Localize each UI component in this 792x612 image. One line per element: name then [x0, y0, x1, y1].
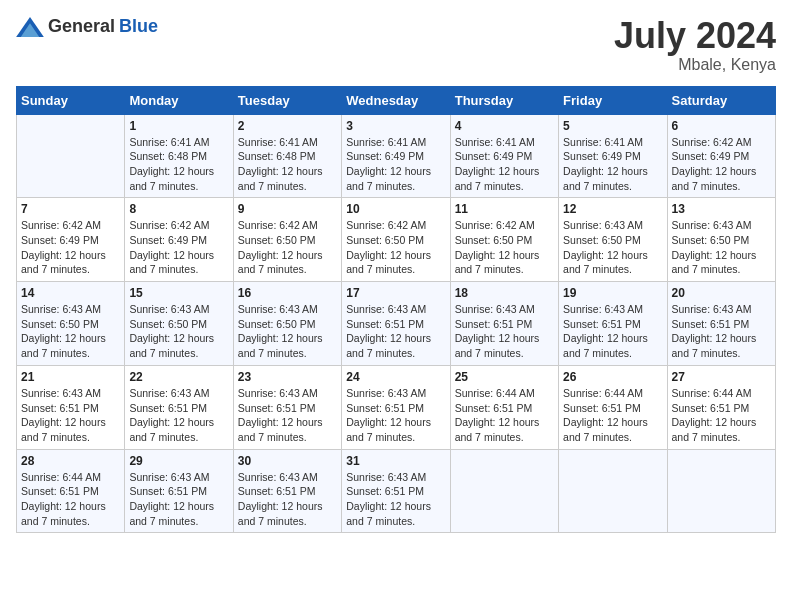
day-detail: Sunrise: 6:43 AM Sunset: 6:51 PM Dayligh…	[238, 386, 337, 445]
calendar-cell	[559, 449, 667, 533]
day-number: 28	[21, 454, 120, 468]
calendar-cell: 4Sunrise: 6:41 AM Sunset: 6:49 PM Daylig…	[450, 114, 558, 198]
day-detail: Sunrise: 6:43 AM Sunset: 6:51 PM Dayligh…	[455, 302, 554, 361]
day-detail: Sunrise: 6:43 AM Sunset: 6:51 PM Dayligh…	[129, 470, 228, 529]
day-number: 30	[238, 454, 337, 468]
day-number: 3	[346, 119, 445, 133]
calendar-cell: 19Sunrise: 6:43 AM Sunset: 6:51 PM Dayli…	[559, 282, 667, 366]
calendar-cell: 21Sunrise: 6:43 AM Sunset: 6:51 PM Dayli…	[17, 365, 125, 449]
calendar-cell: 10Sunrise: 6:42 AM Sunset: 6:50 PM Dayli…	[342, 198, 450, 282]
day-number: 13	[672, 202, 771, 216]
calendar-week-3: 14Sunrise: 6:43 AM Sunset: 6:50 PM Dayli…	[17, 282, 776, 366]
day-number: 29	[129, 454, 228, 468]
day-detail: Sunrise: 6:43 AM Sunset: 6:51 PM Dayligh…	[238, 470, 337, 529]
day-number: 17	[346, 286, 445, 300]
location-label: Mbale, Kenya	[614, 56, 776, 74]
day-detail: Sunrise: 6:43 AM Sunset: 6:51 PM Dayligh…	[129, 386, 228, 445]
logo-text-blue: Blue	[119, 16, 158, 37]
day-detail: Sunrise: 6:44 AM Sunset: 6:51 PM Dayligh…	[563, 386, 662, 445]
calendar-cell: 2Sunrise: 6:41 AM Sunset: 6:48 PM Daylig…	[233, 114, 341, 198]
header-day-wednesday: Wednesday	[342, 86, 450, 114]
day-detail: Sunrise: 6:43 AM Sunset: 6:51 PM Dayligh…	[346, 302, 445, 361]
day-number: 2	[238, 119, 337, 133]
day-detail: Sunrise: 6:44 AM Sunset: 6:51 PM Dayligh…	[672, 386, 771, 445]
day-number: 10	[346, 202, 445, 216]
calendar-header: SundayMondayTuesdayWednesdayThursdayFrid…	[17, 86, 776, 114]
calendar-cell	[17, 114, 125, 198]
day-number: 6	[672, 119, 771, 133]
day-number: 7	[21, 202, 120, 216]
day-number: 5	[563, 119, 662, 133]
day-detail: Sunrise: 6:43 AM Sunset: 6:51 PM Dayligh…	[346, 470, 445, 529]
day-number: 22	[129, 370, 228, 384]
logo-icon	[16, 17, 44, 37]
calendar-cell: 25Sunrise: 6:44 AM Sunset: 6:51 PM Dayli…	[450, 365, 558, 449]
day-number: 19	[563, 286, 662, 300]
calendar-body: 1Sunrise: 6:41 AM Sunset: 6:48 PM Daylig…	[17, 114, 776, 533]
page-header: GeneralBlue July 2024 Mbale, Kenya	[16, 16, 776, 74]
calendar-cell: 30Sunrise: 6:43 AM Sunset: 6:51 PM Dayli…	[233, 449, 341, 533]
day-detail: Sunrise: 6:43 AM Sunset: 6:51 PM Dayligh…	[21, 386, 120, 445]
calendar-cell	[667, 449, 775, 533]
calendar-cell: 17Sunrise: 6:43 AM Sunset: 6:51 PM Dayli…	[342, 282, 450, 366]
day-detail: Sunrise: 6:43 AM Sunset: 6:50 PM Dayligh…	[672, 218, 771, 277]
calendar-cell: 7Sunrise: 6:42 AM Sunset: 6:49 PM Daylig…	[17, 198, 125, 282]
day-detail: Sunrise: 6:43 AM Sunset: 6:50 PM Dayligh…	[129, 302, 228, 361]
day-number: 24	[346, 370, 445, 384]
day-number: 25	[455, 370, 554, 384]
calendar-cell: 22Sunrise: 6:43 AM Sunset: 6:51 PM Dayli…	[125, 365, 233, 449]
title-block: July 2024 Mbale, Kenya	[614, 16, 776, 74]
calendar-week-4: 21Sunrise: 6:43 AM Sunset: 6:51 PM Dayli…	[17, 365, 776, 449]
day-number: 12	[563, 202, 662, 216]
day-detail: Sunrise: 6:43 AM Sunset: 6:50 PM Dayligh…	[238, 302, 337, 361]
calendar-cell: 13Sunrise: 6:43 AM Sunset: 6:50 PM Dayli…	[667, 198, 775, 282]
day-detail: Sunrise: 6:43 AM Sunset: 6:51 PM Dayligh…	[563, 302, 662, 361]
calendar-cell: 9Sunrise: 6:42 AM Sunset: 6:50 PM Daylig…	[233, 198, 341, 282]
day-number: 9	[238, 202, 337, 216]
day-number: 16	[238, 286, 337, 300]
day-detail: Sunrise: 6:43 AM Sunset: 6:50 PM Dayligh…	[563, 218, 662, 277]
day-detail: Sunrise: 6:42 AM Sunset: 6:50 PM Dayligh…	[455, 218, 554, 277]
calendar-week-5: 28Sunrise: 6:44 AM Sunset: 6:51 PM Dayli…	[17, 449, 776, 533]
calendar-cell: 24Sunrise: 6:43 AM Sunset: 6:51 PM Dayli…	[342, 365, 450, 449]
day-number: 11	[455, 202, 554, 216]
day-detail: Sunrise: 6:43 AM Sunset: 6:51 PM Dayligh…	[672, 302, 771, 361]
day-detail: Sunrise: 6:42 AM Sunset: 6:49 PM Dayligh…	[129, 218, 228, 277]
calendar-cell: 18Sunrise: 6:43 AM Sunset: 6:51 PM Dayli…	[450, 282, 558, 366]
day-detail: Sunrise: 6:41 AM Sunset: 6:49 PM Dayligh…	[563, 135, 662, 194]
calendar-cell: 15Sunrise: 6:43 AM Sunset: 6:50 PM Dayli…	[125, 282, 233, 366]
calendar-cell: 20Sunrise: 6:43 AM Sunset: 6:51 PM Dayli…	[667, 282, 775, 366]
calendar-cell	[450, 449, 558, 533]
day-detail: Sunrise: 6:43 AM Sunset: 6:50 PM Dayligh…	[21, 302, 120, 361]
calendar-cell: 14Sunrise: 6:43 AM Sunset: 6:50 PM Dayli…	[17, 282, 125, 366]
calendar-cell: 23Sunrise: 6:43 AM Sunset: 6:51 PM Dayli…	[233, 365, 341, 449]
day-detail: Sunrise: 6:41 AM Sunset: 6:48 PM Dayligh…	[129, 135, 228, 194]
day-number: 18	[455, 286, 554, 300]
day-number: 1	[129, 119, 228, 133]
day-number: 31	[346, 454, 445, 468]
day-detail: Sunrise: 6:44 AM Sunset: 6:51 PM Dayligh…	[455, 386, 554, 445]
header-day-thursday: Thursday	[450, 86, 558, 114]
header-day-tuesday: Tuesday	[233, 86, 341, 114]
calendar-week-1: 1Sunrise: 6:41 AM Sunset: 6:48 PM Daylig…	[17, 114, 776, 198]
header-day-monday: Monday	[125, 86, 233, 114]
header-day-saturday: Saturday	[667, 86, 775, 114]
month-year-title: July 2024	[614, 16, 776, 56]
calendar-cell: 5Sunrise: 6:41 AM Sunset: 6:49 PM Daylig…	[559, 114, 667, 198]
day-detail: Sunrise: 6:41 AM Sunset: 6:48 PM Dayligh…	[238, 135, 337, 194]
day-detail: Sunrise: 6:42 AM Sunset: 6:50 PM Dayligh…	[346, 218, 445, 277]
calendar-cell: 12Sunrise: 6:43 AM Sunset: 6:50 PM Dayli…	[559, 198, 667, 282]
day-number: 14	[21, 286, 120, 300]
header-row: SundayMondayTuesdayWednesdayThursdayFrid…	[17, 86, 776, 114]
calendar-cell: 11Sunrise: 6:42 AM Sunset: 6:50 PM Dayli…	[450, 198, 558, 282]
day-number: 8	[129, 202, 228, 216]
day-detail: Sunrise: 6:42 AM Sunset: 6:50 PM Dayligh…	[238, 218, 337, 277]
logo: GeneralBlue	[16, 16, 158, 37]
day-detail: Sunrise: 6:43 AM Sunset: 6:51 PM Dayligh…	[346, 386, 445, 445]
day-detail: Sunrise: 6:41 AM Sunset: 6:49 PM Dayligh…	[346, 135, 445, 194]
day-detail: Sunrise: 6:42 AM Sunset: 6:49 PM Dayligh…	[21, 218, 120, 277]
calendar-cell: 16Sunrise: 6:43 AM Sunset: 6:50 PM Dayli…	[233, 282, 341, 366]
calendar-table: SundayMondayTuesdayWednesdayThursdayFrid…	[16, 86, 776, 534]
calendar-cell: 26Sunrise: 6:44 AM Sunset: 6:51 PM Dayli…	[559, 365, 667, 449]
calendar-cell: 6Sunrise: 6:42 AM Sunset: 6:49 PM Daylig…	[667, 114, 775, 198]
